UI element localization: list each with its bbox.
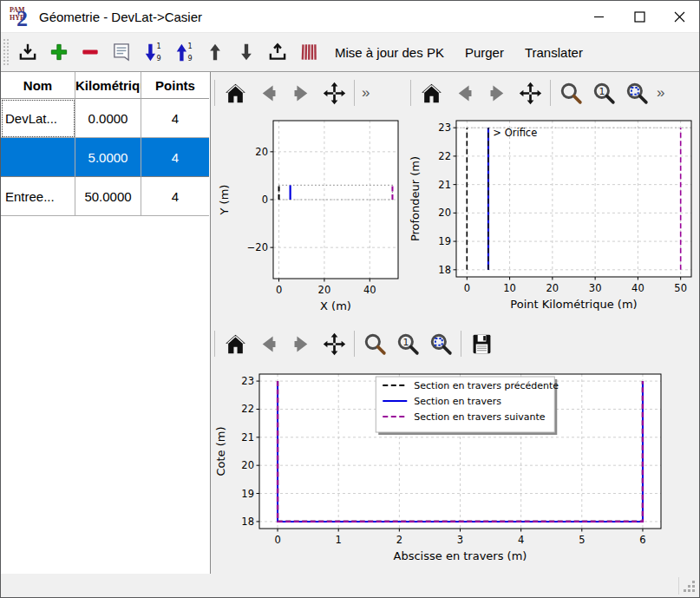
title-bar: PAM HYR 2 Géometrie - DevLat->Casier xyxy=(1,1,699,32)
move-up-button[interactable] xyxy=(201,36,229,68)
toolbar-overflow[interactable]: » xyxy=(362,84,370,102)
sort-descending-button[interactable] xyxy=(139,36,167,68)
cell-name[interactable]: Entree... xyxy=(1,177,75,216)
pan-icon xyxy=(518,81,543,106)
zoom-one-icon xyxy=(396,332,421,357)
zoom-fit-icon xyxy=(625,81,650,106)
app-icon: PAM HYR 2 xyxy=(9,5,33,28)
import-icon xyxy=(16,41,39,63)
forward-button[interactable] xyxy=(285,326,317,361)
cell-pk[interactable]: 0.0000 xyxy=(75,99,141,138)
add-icon xyxy=(48,41,70,63)
svg-text:0: 0 xyxy=(276,284,282,296)
minimize-button[interactable] xyxy=(579,1,619,32)
purger-button[interactable]: Purger xyxy=(455,36,514,68)
svg-text:19: 19 xyxy=(241,488,254,500)
forward-button[interactable] xyxy=(285,76,317,110)
back-button[interactable] xyxy=(448,76,480,110)
cell-points[interactable]: 4 xyxy=(141,138,209,177)
update-pk-button[interactable]: Mise à jour des PK xyxy=(324,36,455,68)
svg-text:6: 6 xyxy=(639,534,645,546)
main-toolbar: Mise à jour des PK Purger Translater xyxy=(1,32,699,71)
cell-points[interactable]: 4 xyxy=(141,99,209,138)
column-header-nom[interactable]: Nom xyxy=(1,72,75,99)
plan-figure-block: » 02040−20020X (m)Y (m) xyxy=(211,72,407,322)
export-icon xyxy=(266,41,289,63)
zoom-one-button[interactable] xyxy=(392,326,423,361)
notes-button[interactable] xyxy=(108,36,135,68)
section-plot-canvas[interactable]: 0123456181920212223Abscisse en travers (… xyxy=(211,365,699,574)
zoom-one-icon xyxy=(592,81,617,106)
svg-text:21: 21 xyxy=(241,431,254,444)
zoom-fit-button[interactable] xyxy=(621,76,652,110)
zoom-one-button[interactable] xyxy=(588,76,619,110)
plan-plot-canvas[interactable]: 02040−20020X (m)Y (m) xyxy=(211,114,407,322)
cell-name[interactable]: DevLat... xyxy=(1,99,75,138)
zoom-button[interactable] xyxy=(359,326,390,361)
home-button[interactable] xyxy=(415,76,447,110)
svg-text:Y (m): Y (m) xyxy=(218,185,231,216)
save-icon xyxy=(469,332,494,357)
svg-text:Section en travers: Section en travers xyxy=(414,396,501,407)
svg-text:> Orifice: > Orifice xyxy=(493,127,537,139)
zoom-icon xyxy=(363,332,388,357)
svg-text:10: 10 xyxy=(503,282,516,294)
section-nav-toolbar xyxy=(211,322,699,365)
import-button[interactable] xyxy=(14,36,42,68)
cell-name[interactable] xyxy=(1,138,75,177)
maximize-button[interactable] xyxy=(619,1,659,32)
forward-button[interactable] xyxy=(481,76,513,110)
pan-button[interactable] xyxy=(318,76,350,110)
move-up-icon xyxy=(204,41,226,63)
stripes-button[interactable] xyxy=(295,36,323,68)
svg-text:20: 20 xyxy=(318,284,331,296)
svg-text:22: 22 xyxy=(438,150,451,162)
svg-text:20: 20 xyxy=(438,207,451,219)
cell-pk[interactable]: 50.0000 xyxy=(75,177,141,216)
svg-text:40: 40 xyxy=(363,284,376,296)
column-header-kilometrique[interactable]: Kilométrique xyxy=(75,72,141,99)
svg-text:30: 30 xyxy=(589,282,602,294)
pan-button[interactable] xyxy=(318,326,350,361)
toolbar-overflow[interactable]: » xyxy=(657,84,664,102)
cell-points[interactable]: 4 xyxy=(141,177,209,216)
move-down-button[interactable] xyxy=(232,36,260,68)
cell-pk[interactable]: 5.0000 xyxy=(75,138,141,177)
close-button[interactable] xyxy=(659,1,699,32)
profile-plot-canvas[interactable]: 01020304050181920212223Point Kilométriqu… xyxy=(407,114,699,322)
svg-text:20: 20 xyxy=(255,146,268,158)
plots-area: » 02040−20020X (m)Y (m) xyxy=(211,72,699,574)
zoom-fit-button[interactable] xyxy=(425,326,456,361)
table-header-row: Nom Kilométrique Points xyxy=(1,72,210,99)
pan-button[interactable] xyxy=(514,76,546,110)
home-button[interactable] xyxy=(219,326,251,361)
app-window: PAM HYR 2 Géometrie - DevLat->Casier xyxy=(0,0,700,598)
zoom-fit-icon xyxy=(429,332,454,357)
svg-text:0: 0 xyxy=(262,194,268,206)
svg-text:50: 50 xyxy=(674,282,687,294)
column-header-points[interactable]: Points xyxy=(141,72,209,99)
svg-text:21: 21 xyxy=(438,179,451,191)
sort-ascending-button[interactable] xyxy=(170,36,198,68)
save-button[interactable] xyxy=(466,326,497,361)
back-button[interactable] xyxy=(252,76,284,110)
pan-icon xyxy=(322,81,347,106)
svg-text:Section en travers précédente: Section en travers précédente xyxy=(414,380,559,391)
plan-nav-toolbar: » xyxy=(211,72,407,114)
svg-text:20: 20 xyxy=(546,282,559,294)
svg-text:Profondeur (m): Profondeur (m) xyxy=(409,156,422,241)
back-button[interactable] xyxy=(252,326,284,361)
zoom-button[interactable] xyxy=(555,76,586,110)
home-button[interactable] xyxy=(219,76,251,110)
toolbar-drag-handle[interactable] xyxy=(3,39,9,65)
svg-text:0: 0 xyxy=(464,282,470,294)
table-row-selected: 5.0000 4 xyxy=(1,138,210,177)
export-button[interactable] xyxy=(264,36,291,68)
translater-button[interactable]: Translater xyxy=(514,36,593,68)
maximize-icon xyxy=(634,11,645,23)
section-figure-block: 0123456181920212223Abscisse en travers (… xyxy=(211,322,699,574)
resize-grip-icon[interactable] xyxy=(683,579,697,593)
sort-descending-icon xyxy=(141,41,164,63)
add-button[interactable] xyxy=(45,36,73,68)
remove-button[interactable] xyxy=(76,36,104,68)
